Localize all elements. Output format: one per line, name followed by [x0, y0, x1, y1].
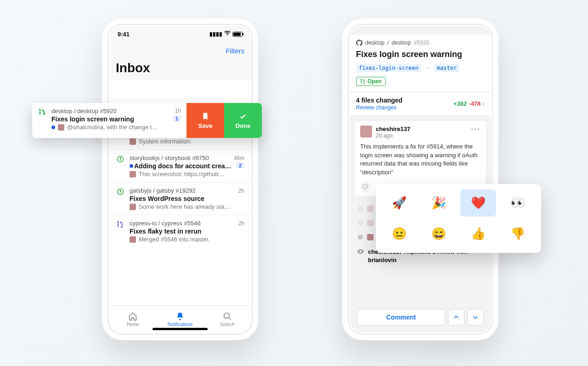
comment-label: Comment — [386, 314, 416, 321]
reaction-picker[interactable]: 🚀🎉❤️👀😐😄👍👎 — [376, 184, 541, 253]
avatar[interactable] — [360, 126, 372, 137]
time-label: 2h — [238, 188, 244, 194]
reaction-thumbs-up[interactable]: 👍 — [460, 220, 496, 247]
pull-request-icon — [360, 79, 366, 84]
check-icon — [239, 112, 247, 120]
review-target[interactable]: brianlovin — [368, 257, 396, 263]
status-time: 9:41 — [118, 31, 130, 38]
tab-home[interactable]: Home — [109, 306, 157, 333]
swiped-badge: 1 — [173, 115, 181, 122]
repo-label: cypress-io / cypress #5546 — [130, 220, 201, 227]
notification-row[interactable]: storybookjs / storybook #8750 48m Adding… — [109, 149, 251, 182]
prm-icon — [116, 220, 125, 243]
time-label: 48m — [234, 155, 244, 161]
svg-point-2 — [364, 186, 365, 186]
pull-request-icon — [39, 109, 46, 116]
avatar — [130, 204, 136, 210]
files-changed-row[interactable]: 4 files changed Review changes +382 -478… — [350, 92, 491, 116]
avatar — [130, 236, 136, 243]
avatar — [130, 138, 136, 145]
github-icon — [356, 40, 362, 46]
tab-search[interactable]: Search — [204, 306, 251, 333]
issue-icon — [116, 187, 125, 210]
crumb-number: #5920 — [413, 40, 429, 46]
phone-pr-detail: desktop / desktop #5920 Fixes login scre… — [342, 18, 498, 340]
notification-row[interactable]: cypress-io / cypress #5546 2h Fixes flak… — [109, 215, 251, 247]
branch-from[interactable]: fixes-login-screen — [356, 64, 421, 72]
add-reaction-button[interactable] — [360, 182, 370, 192]
breadcrumb[interactable]: desktop / desktop #5920 — [356, 40, 485, 46]
save-label: Save — [198, 122, 212, 129]
reaction-eyes[interactable]: 👀 — [500, 189, 536, 217]
avatar — [130, 171, 136, 177]
preview-text: System information: — [139, 138, 192, 145]
comment-button[interactable]: Comment — [357, 309, 445, 326]
arrow-icon: → — [425, 65, 430, 71]
issue-icon — [116, 154, 125, 177]
files-changed-label: 4 files changed — [356, 96, 402, 104]
repo-label: gatsbyjs / gatsby #19292 — [130, 187, 196, 194]
avatar — [58, 124, 64, 131]
smiley-icon — [362, 183, 368, 190]
eye-icon — [357, 248, 364, 257]
crumb-repo: desktop — [391, 40, 411, 46]
prev-button[interactable] — [448, 309, 464, 326]
repo-label: storybookjs / storybook #8750 — [130, 154, 209, 161]
swiped-repo: desktop / desktop #5920 — [51, 108, 117, 114]
tab-notifications-label: Notifications — [168, 322, 192, 327]
preview-text: Some work here has already sta… — [139, 203, 230, 210]
state-text: Open — [368, 78, 382, 85]
commit-dot-icon: ⊙ — [357, 234, 363, 240]
additions: +382 — [453, 100, 467, 107]
svg-point-1 — [362, 184, 368, 189]
notification-title: Fixes flaky test in rerun — [130, 228, 244, 235]
more-button[interactable]: ••• — [471, 126, 481, 133]
swipe-save-button[interactable]: Save — [187, 103, 224, 138]
swipe-done-button[interactable]: Done — [224, 103, 262, 138]
count-badge: 2 — [236, 162, 244, 169]
reaction-neutral[interactable]: 😐 — [381, 220, 417, 247]
swiped-title: Fixes login screen warning — [51, 115, 134, 123]
comment-toolbar: Comment — [353, 305, 487, 329]
chevron-up-icon — [453, 314, 459, 320]
svg-point-3 — [366, 186, 366, 186]
deletions: -478 — [469, 100, 481, 107]
chevron-right-icon: › — [482, 100, 485, 108]
commit-dot-icon: ⊙ — [357, 219, 363, 226]
unread-dot — [130, 164, 133, 168]
swiped-preview: @ohaicristina, with the change t… — [67, 124, 158, 131]
unread-dot — [51, 126, 55, 129]
reaction-grin[interactable]: 😄 — [421, 220, 457, 247]
done-label: Done — [236, 122, 251, 129]
commit-dot-icon: ⊙ — [357, 205, 363, 212]
bookmark-icon — [201, 112, 209, 120]
description-body: This implements a fix for #5914, where t… — [360, 143, 481, 177]
page-title: Inbox — [116, 61, 244, 75]
filters-button[interactable]: Filters — [226, 47, 244, 55]
phone-inbox: 9:41 ▮▮▮▮ Filters Inbox tensorflow / ten… — [102, 18, 258, 340]
tab-home-label: Home — [127, 322, 139, 327]
notification-title: Fixes WordPress source — [130, 195, 244, 202]
review-changes-link[interactable]: Review changes — [356, 104, 402, 112]
next-button[interactable] — [467, 309, 484, 326]
branch-to[interactable]: master — [434, 64, 459, 72]
swiped-time: 1h — [175, 108, 181, 114]
posted-time: 2d ago — [376, 132, 410, 139]
notification-row[interactable]: gatsbyjs / gatsby #19292 2h Fixes WordPr… — [109, 182, 251, 215]
reaction-tada[interactable]: 🎉 — [421, 189, 457, 217]
author-name[interactable]: cheshire137 — [376, 126, 410, 132]
cellular-icon: ▮▮▮▮ — [209, 31, 222, 37]
reaction-rocket[interactable]: 🚀 — [381, 189, 417, 217]
chevron-down-icon — [472, 314, 479, 320]
status-bar: 9:41 ▮▮▮▮ — [109, 26, 251, 42]
pr-state-badge: Open — [356, 77, 386, 86]
pr-title: Fixes login screen warning — [356, 50, 485, 59]
time-label: 2h — [238, 220, 244, 227]
home-indicator[interactable] — [153, 328, 208, 330]
avatar — [367, 206, 373, 212]
reaction-heart[interactable]: ❤️ — [460, 189, 496, 217]
swiped-notification-card[interactable]: desktop / desktop #5920 1h Fixes login s… — [32, 103, 262, 138]
tab-search-label: Search — [220, 322, 235, 327]
reaction-thumbs-down[interactable]: 👎 — [500, 220, 536, 247]
wifi-icon — [224, 31, 231, 37]
